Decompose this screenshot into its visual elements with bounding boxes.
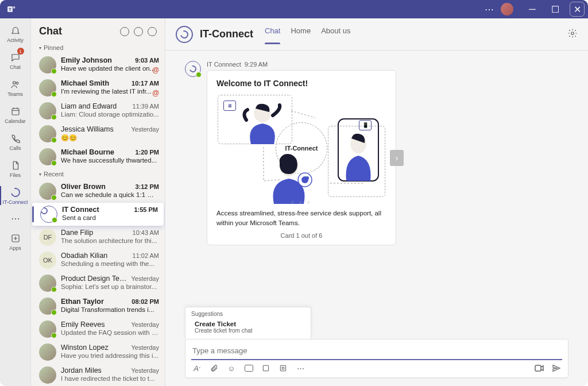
extension-icon[interactable]	[278, 364, 288, 373]
send-button[interactable]	[552, 364, 561, 373]
header-action-1[interactable]	[134, 27, 143, 36]
chat-preview: Liam: Cloud storage optimizatio...	[61, 111, 159, 118]
chevron-down-icon: ▾	[39, 45, 41, 51]
chat-name: Ethan Taylor	[61, 298, 104, 306]
apps-icon	[9, 232, 22, 245]
rail-chat[interactable]: 1 Chat	[2, 49, 29, 72]
tab-chat[interactable]: Chat	[265, 24, 280, 44]
chat-preview: The solution architecture for thi...	[61, 237, 159, 244]
close-button[interactable]: ✕	[570, 2, 585, 17]
chat-item[interactable]: DFDane Filip10:43 AMThe solution archite…	[31, 226, 165, 249]
suggestions-label: Suggestions	[191, 311, 305, 317]
rail-more[interactable]: ⋯	[2, 211, 29, 226]
chat-time: 11:02 AM	[133, 252, 159, 259]
video-icon[interactable]	[535, 364, 544, 373]
recent-section[interactable]: ▾Recent	[31, 168, 165, 180]
rail-itconnect[interactable]: IT-Connect	[2, 184, 29, 207]
carousel-next-button[interactable]: ›	[390, 150, 404, 166]
chat-avatar	[39, 183, 56, 200]
rail-apps[interactable]: Apps	[2, 230, 29, 253]
chat-item[interactable]: OKObadiah Kilian11:02 AMScheduling a mee…	[31, 249, 165, 272]
chat-item[interactable]: Jordan MilesYesterdayI have redirected t…	[31, 364, 165, 386]
message-input[interactable]	[191, 344, 562, 357]
rail-files[interactable]: Files	[2, 157, 29, 180]
rail-calls[interactable]: Calls	[2, 130, 29, 153]
gif-icon[interactable]	[244, 364, 253, 373]
itconnect-icon	[9, 186, 22, 199]
svg-rect-18	[535, 365, 541, 371]
chat-item[interactable]: Emily ReevesYesterdayUpdated the FAQ ses…	[31, 318, 165, 341]
message-list: IT Connnect 9:29 AM Welcome to IT Connec…	[165, 51, 588, 307]
svg-rect-5	[12, 109, 19, 115]
chat-preview: Have you tried addressing this i...	[61, 352, 159, 359]
chat-preview: I have redirected the ticket to t...	[61, 375, 159, 382]
conversation-header: IT-Connect Chat Home About us	[165, 18, 588, 51]
chat-item[interactable]: Emily Johnson9:03 AMHave we updated the …	[31, 53, 165, 76]
minimize-button[interactable]: ─	[524, 3, 541, 16]
more-icon[interactable]: ⋯	[483, 3, 495, 15]
chat-name: Oliver Brown	[61, 183, 106, 191]
tab-about[interactable]: About us	[321, 24, 350, 44]
chat-preview: Can we schedule a quick 1:1 me...	[61, 191, 159, 198]
chat-item[interactable]: Oliver Brown3:12 PMCan we schedule a qui…	[31, 180, 165, 203]
unread-badge: 1	[17, 48, 24, 55]
chat-time: 08:02 PM	[131, 298, 159, 305]
chat-name: IT Connect	[62, 206, 99, 214]
svg-rect-16	[263, 365, 268, 370]
conversation-pane: IT-Connect Chat Home About us IT Connnec…	[165, 18, 588, 386]
svg-point-2	[13, 6, 16, 9]
chat-item[interactable]: Winston LopezYesterdayHave you tried add…	[31, 341, 165, 364]
chat-avatar	[39, 366, 56, 384]
message: IT Connnect 9:29 AM Welcome to IT Connec…	[185, 61, 568, 245]
chat-preview: Have we updated the client on...	[61, 65, 159, 72]
chat-avatar	[39, 102, 56, 119]
card-title: Welcome to IT Connect!	[216, 79, 386, 88]
conversation-avatar[interactable]	[176, 26, 193, 43]
chat-time: 10:17 AM	[131, 80, 159, 87]
format-icon[interactable]: Aᐟ	[192, 364, 202, 373]
card-page-indicator: Card 1 out of 6	[216, 232, 386, 239]
svg-rect-17	[280, 365, 285, 370]
chat-name: Dane Filip	[61, 229, 93, 237]
chat-time: Yesterday	[131, 275, 159, 282]
mention-badge: @	[152, 66, 159, 74]
chat-name: Liam and Edward	[61, 102, 117, 110]
chat-item[interactable]: Liam and Edward11:39 AMLiam: Cloud stora…	[31, 99, 165, 122]
message-meta: IT Connnect 9:29 AM	[207, 61, 568, 68]
message-avatar[interactable]	[185, 61, 201, 77]
chat-avatar	[39, 125, 56, 142]
sticker-icon[interactable]	[261, 364, 270, 373]
chat-avatar	[39, 56, 56, 74]
rail-calendar[interactable]: Calendar	[2, 103, 29, 126]
chat-item[interactable]: Michael Bourne1:20 PMWe have successfull…	[31, 145, 165, 168]
suggestion-item[interactable]: Create Ticket Create ticket from chat	[191, 319, 305, 335]
svg-text:T: T	[9, 7, 11, 12]
settings-icon[interactable]	[567, 28, 578, 41]
chat-name: Michael Smith	[61, 79, 109, 87]
filter-button[interactable]	[120, 27, 129, 36]
maximize-button[interactable]: ☐	[547, 3, 564, 16]
rail-teams[interactable]: Teams	[2, 76, 29, 99]
chat-preview: 😊😊	[61, 134, 159, 142]
chat-name: Jessica Williams	[61, 125, 114, 133]
more-actions-icon[interactable]: ⋯	[296, 364, 305, 373]
chat-time: Yesterday	[131, 126, 159, 133]
message-compose: Aᐟ ☺ ⋯	[185, 339, 568, 378]
new-chat-button[interactable]	[148, 27, 157, 36]
chat-item[interactable]: Product Design TeamYesterdaySophia: Let'…	[31, 272, 165, 295]
tab-home[interactable]: Home	[291, 24, 311, 44]
chat-item[interactable]: Jessica WilliamsYesterday😊😊	[31, 122, 165, 145]
chat-item[interactable]: IT Connect1:55 PMSent a card	[32, 203, 164, 226]
attach-icon[interactable]	[210, 364, 219, 373]
chat-item[interactable]: Ethan Taylor08:02 PMDigital Transformati…	[31, 295, 165, 318]
chat-preview: Updated the FAQ session with s...	[61, 329, 159, 336]
rail-activity[interactable]: Activity	[2, 22, 29, 45]
pinned-section[interactable]: ▾Pinned	[31, 42, 165, 53]
chat-time: 10:43 AM	[133, 229, 159, 236]
card-illustration: 🖥 📱 IT-Connect	[216, 94, 386, 203]
chevron-down-icon: ▾	[39, 172, 41, 177]
profile-avatar[interactable]	[501, 3, 513, 16]
emoji-icon[interactable]: ☺	[227, 364, 236, 373]
chat-item[interactable]: Michael Smith10:17 AMI'm reviewing the l…	[31, 76, 165, 99]
app-rail: Activity 1 Chat Teams Calendar Calls Fil…	[0, 18, 31, 386]
